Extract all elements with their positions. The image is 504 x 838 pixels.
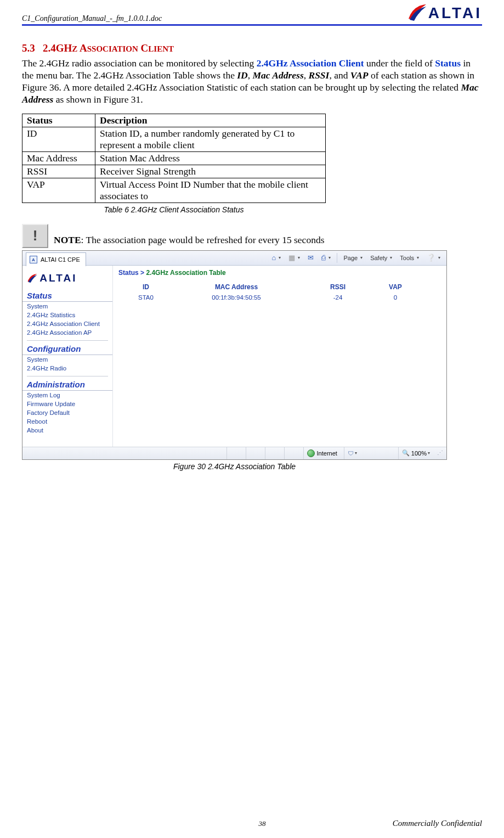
resize-grip-icon: ⋰ — [437, 449, 443, 457]
app-sidebar: ALTAI Status System 2.4GHz Statistics 2.… — [22, 266, 113, 447]
tools-menu[interactable]: Tools▾ — [397, 254, 422, 262]
assoc-table-header: ID MAC Address RSSI VAP — [118, 283, 441, 293]
safety-menu[interactable]: Safety▾ — [367, 254, 395, 262]
table-caption: Table 6 2.4GHz Client Association Status — [22, 205, 326, 214]
app-logo: ALTAI — [22, 268, 112, 290]
cell-id: STA0 — [118, 294, 173, 301]
sidebar-item-factory[interactable]: Factory Default — [22, 408, 112, 417]
zoom-control[interactable]: 🔍 100% ▾ — [398, 447, 433, 459]
table-header-status: Status — [22, 114, 95, 127]
col-rssi: RSSI — [299, 283, 376, 291]
shield-icon: 🛡 — [348, 450, 354, 457]
section-heading: 5.3 2.4GHZ ASSOCIATION CLIENT — [22, 42, 482, 54]
document-filename: C1_Configuration_Manual_-_fm_1.0.0.1.doc — [22, 14, 162, 23]
table-row: RSSI Receiver Signal Strength — [22, 165, 326, 178]
section-number: 5.3 — [22, 42, 35, 54]
sidebar-head-admin: Administration — [22, 379, 112, 391]
protected-mode: 🛡▾ — [344, 447, 395, 459]
logo-text: ALTAI — [428, 5, 482, 21]
print-button[interactable]: ⎙▾ — [319, 252, 333, 263]
sidebar-head-status: Status — [22, 290, 112, 302]
sidebar-item-config-system[interactable]: System — [22, 355, 112, 364]
note-label: NOTE — [54, 234, 81, 245]
status-description-table: Status Description ID Station ID, a numb… — [22, 114, 326, 203]
favicon-icon: A — [30, 256, 37, 263]
browser-status-bar: Internet 🛡▾ 🔍 100% ▾ ⋰ — [22, 447, 446, 459]
page-header: C1_Configuration_Manual_-_fm_1.0.0.1.doc… — [22, 2, 482, 26]
browser-tab[interactable]: A ALTAI C1 CPE — [26, 252, 86, 266]
note-block: ! NOTE: The association page would be re… — [22, 224, 482, 248]
sidebar-head-config: Configuration — [22, 343, 112, 355]
sidebar-item-syslog[interactable]: System Log — [22, 391, 112, 400]
home-button[interactable]: ⌂▾ — [269, 252, 284, 263]
feeds-button[interactable]: ▦▾ — [286, 252, 303, 263]
cell-mac[interactable]: 00:1f:3b:94:50:55 — [173, 294, 299, 301]
cell-vap: 0 — [376, 294, 415, 301]
zoom-icon: 🔍 — [402, 449, 410, 457]
section-title: 2.4GHZ ASSOCIATION CLIENT — [43, 42, 174, 54]
main-panel: Status > 2.4GHz Association Table ID MAC… — [113, 266, 446, 447]
col-mac: MAC Address — [173, 283, 299, 291]
sidebar-item-reboot[interactable]: Reboot — [22, 417, 112, 426]
page-menu[interactable]: Page▾ — [341, 254, 365, 262]
body-paragraph: The 2.4GHz radio association can be moni… — [22, 58, 482, 106]
confidential-label: Commercially Confidential — [393, 819, 482, 828]
embedded-screenshot: A ALTAI C1 CPE ⌂▾ ▦▾ ✉ ⎙▾ Page▾ Safety▾ … — [22, 250, 447, 460]
assoc-table-row: STA0 00:1f:3b:94:50:55 -24 0 — [118, 293, 441, 302]
help-icon: ❔ — [427, 254, 435, 262]
sidebar-item-assoc-client[interactable]: 2.4GHz Association Client — [22, 319, 112, 328]
note-text: : The association page would be refreshe… — [81, 234, 325, 245]
table-header-description: Description — [95, 114, 326, 127]
rss-icon: ▦ — [288, 254, 295, 262]
page-number: 38 — [132, 819, 393, 828]
mail-button[interactable]: ✉ — [305, 252, 316, 263]
print-icon: ⎙ — [321, 254, 326, 262]
cell-rssi: -24 — [299, 294, 376, 301]
sidebar-item-assoc-ap[interactable]: 2.4GHz Association AP — [22, 328, 112, 337]
figure-caption: Figure 30 2.4GHz Association Table — [22, 462, 447, 471]
breadcrumb: Status > 2.4GHz Association Table — [118, 269, 441, 277]
note-icon: ! — [22, 224, 48, 248]
sidebar-item-config-radio[interactable]: 2.4GHz Radio — [22, 364, 112, 373]
sidebar-item-statistics[interactable]: 2.4GHz Statistics — [22, 311, 112, 319]
zone-indicator: Internet — [303, 447, 341, 459]
home-icon: ⌂ — [272, 254, 276, 262]
col-id: ID — [118, 283, 173, 291]
table-row: Mac Address Station Mac Address — [22, 151, 326, 165]
tab-title: ALTAI C1 CPE — [41, 256, 80, 263]
col-vap: VAP — [376, 283, 415, 291]
help-button[interactable]: ❔▾ — [424, 252, 443, 263]
globe-icon — [307, 449, 315, 457]
brand-logo: ALTAI — [407, 2, 482, 23]
page-footer: 38 Commercially Confidential — [22, 819, 482, 828]
sidebar-item-firmware[interactable]: Firmware Update — [22, 400, 112, 408]
mail-icon: ✉ — [308, 254, 314, 262]
browser-toolbar: A ALTAI C1 CPE ⌂▾ ▦▾ ✉ ⎙▾ Page▾ Safety▾ … — [22, 251, 446, 266]
sidebar-item-system[interactable]: System — [22, 302, 112, 311]
sidebar-item-about[interactable]: About — [22, 426, 112, 435]
logo-swoosh-icon — [407, 2, 427, 21]
table-row: VAP Virtual Access Point ID Number that … — [22, 178, 326, 203]
table-row: ID Station ID, a number randomly generat… — [22, 127, 326, 151]
